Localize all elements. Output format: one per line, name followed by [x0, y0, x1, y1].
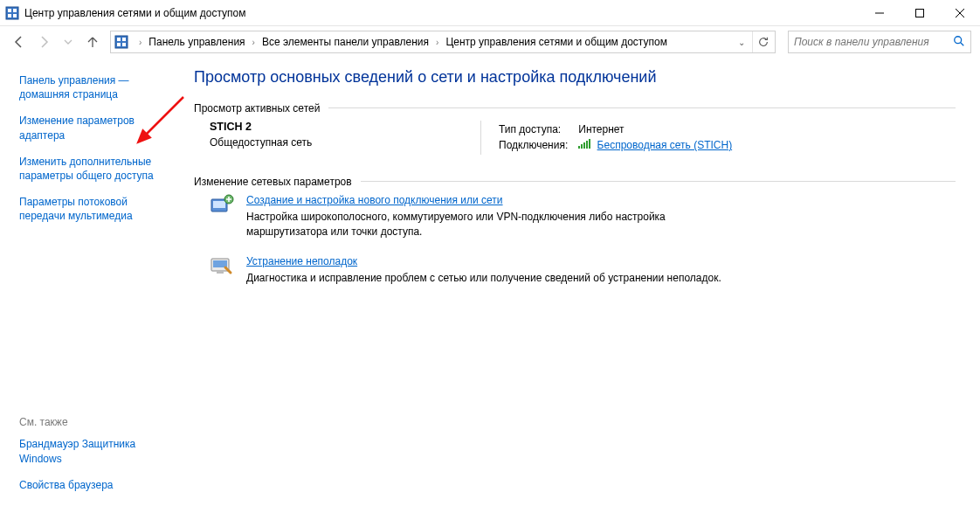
- page-title: Просмотр основных сведений о сети и наст…: [194, 68, 956, 87]
- minimize-button[interactable]: [859, 0, 900, 26]
- change-settings-label: Изменение сетевых параметров: [194, 176, 956, 188]
- svg-rect-20: [586, 141, 588, 149]
- chevron-right-icon[interactable]: ›: [431, 38, 444, 47]
- setting-item-troubleshoot[interactable]: Устранение неполадок Диагностика и испра…: [210, 255, 956, 286]
- see-also-label: См. также: [19, 416, 175, 428]
- maximize-button[interactable]: [900, 0, 940, 26]
- new-connection-icon: [210, 194, 234, 215]
- window-title: Центр управления сетями и общим доступом: [24, 7, 859, 19]
- network-name: STICH 2: [210, 121, 445, 133]
- setting-desc: Настройка широкополосного, коммутируемог…: [246, 210, 735, 239]
- main-area: Панель управления — домашняя страница Из…: [0, 58, 980, 513]
- back-button[interactable]: [9, 31, 30, 52]
- connections-label: Подключения:: [499, 138, 576, 153]
- svg-rect-4: [13, 14, 17, 17]
- wifi-signal-icon: [578, 139, 590, 152]
- close-button[interactable]: [940, 0, 980, 26]
- app-icon: [5, 6, 19, 20]
- network-row: STICH 2 Общедоступная сеть Тип доступа: …: [210, 121, 956, 155]
- up-button[interactable]: [82, 31, 103, 52]
- svg-rect-27: [217, 271, 224, 274]
- svg-rect-2: [13, 9, 17, 12]
- svg-rect-13: [122, 43, 126, 46]
- refresh-button[interactable]: [752, 31, 773, 52]
- svg-rect-11: [122, 38, 126, 41]
- svg-rect-18: [581, 144, 583, 149]
- svg-rect-23: [213, 201, 225, 208]
- sidebar-link-media[interactable]: Параметры потоковой передачи мультимедиа: [19, 195, 175, 223]
- address-icon: [114, 35, 128, 49]
- network-type: Общедоступная сеть: [210, 136, 445, 149]
- svg-rect-17: [578, 146, 580, 149]
- svg-rect-10: [117, 38, 121, 41]
- setting-link[interactable]: Устранение неполадок: [246, 255, 357, 267]
- sidebar: Панель управления — домашняя страница Из…: [0, 58, 183, 513]
- troubleshoot-icon: [210, 255, 234, 276]
- access-type-value: Интернет: [578, 122, 741, 136]
- sidebar-link-home[interactable]: Панель управления — домашняя страница: [19, 73, 175, 101]
- svg-point-14: [955, 36, 962, 43]
- breadcrumb-item[interactable]: Панель управления: [147, 36, 246, 48]
- window-controls: [859, 0, 980, 26]
- access-type-label: Тип доступа:: [499, 122, 576, 136]
- setting-link[interactable]: Создание и настройка нового подключения …: [246, 194, 503, 206]
- sidebar-link-adapter[interactable]: Изменение параметров адаптера: [19, 114, 175, 142]
- breadcrumb-item[interactable]: Центр управления сетями и общим доступом: [444, 36, 669, 48]
- chevron-right-icon[interactable]: ›: [247, 38, 260, 47]
- navbar: › Панель управления › Все элементы панел…: [0, 26, 980, 58]
- address-bar[interactable]: › Панель управления › Все элементы панел…: [110, 31, 776, 53]
- search-input[interactable]: [794, 36, 953, 48]
- svg-rect-1: [8, 9, 11, 12]
- svg-rect-12: [117, 43, 121, 46]
- connection-link[interactable]: Беспроводная сеть (STICH): [597, 139, 733, 151]
- svg-line-15: [961, 42, 964, 45]
- titlebar: Центр управления сетями и общим доступом: [0, 0, 980, 26]
- address-history-dropdown[interactable]: ⌄: [735, 38, 749, 47]
- recent-dropdown[interactable]: [58, 31, 79, 52]
- search-box[interactable]: [788, 31, 971, 53]
- sidebar-link-firewall[interactable]: Брандмауэр Защитника Windows: [19, 437, 175, 465]
- setting-desc: Диагностика и исправление проблем с сеть…: [246, 271, 721, 286]
- active-networks-label: Просмотр активных сетей: [194, 102, 956, 114]
- svg-rect-19: [583, 142, 585, 149]
- sidebar-link-sharing[interactable]: Изменить дополнительные параметры общего…: [19, 155, 175, 183]
- breadcrumb-item[interactable]: Все элементы панели управления: [260, 36, 431, 48]
- sidebar-link-browser[interactable]: Свойства браузера: [19, 478, 175, 492]
- svg-rect-21: [589, 139, 590, 149]
- svg-rect-6: [916, 9, 924, 17]
- setting-item-new-connection[interactable]: Создание и настройка нового подключения …: [210, 194, 956, 239]
- chevron-right-icon[interactable]: ›: [134, 38, 147, 47]
- svg-rect-3: [8, 14, 11, 17]
- search-icon[interactable]: [953, 35, 965, 50]
- forward-button[interactable]: [33, 31, 54, 52]
- content: Просмотр основных сведений о сети и наст…: [183, 58, 980, 513]
